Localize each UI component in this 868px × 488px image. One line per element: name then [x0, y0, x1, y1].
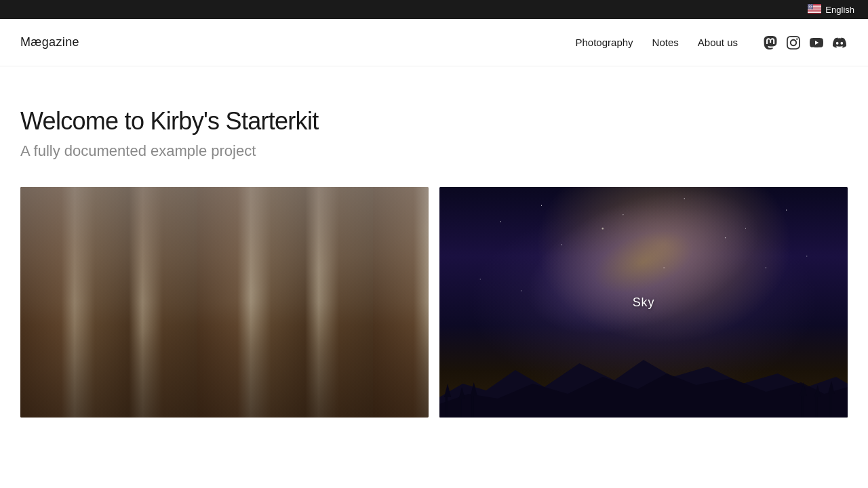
- nav-notes[interactable]: Notes: [644, 33, 687, 52]
- svg-point-18: [809, 5, 810, 6]
- mountain-silhouette-svg: [439, 350, 848, 418]
- svg-point-27: [809, 7, 810, 8]
- svg-point-21: [812, 5, 813, 6]
- svg-rect-39: [460, 399, 462, 418]
- svg-point-33: [811, 8, 812, 9]
- svg-point-22: [809, 7, 810, 7]
- flag-icon: [808, 4, 821, 16]
- svg-marker-38: [444, 384, 451, 397]
- svg-point-29: [811, 7, 812, 8]
- svg-point-13: [809, 5, 810, 5]
- svg-rect-6: [808, 12, 821, 12]
- sky-label: Sky: [633, 296, 655, 310]
- hero-subtitle: A fully documented example project: [20, 142, 848, 160]
- discord-icon[interactable]: [831, 35, 848, 51]
- svg-point-16: [812, 5, 812, 5]
- social-icons: [762, 35, 848, 51]
- svg-point-34: [812, 8, 812, 9]
- svg-rect-37: [446, 397, 448, 418]
- forest-image: [20, 187, 429, 418]
- nav-about[interactable]: About us: [690, 33, 746, 52]
- svg-point-11: [811, 4, 812, 5]
- hero-section: Welcome to Kirby's Starterkit A fully do…: [0, 66, 868, 187]
- svg-rect-47: [829, 394, 831, 418]
- gallery-item-forest[interactable]: [20, 187, 429, 418]
- svg-point-28: [810, 7, 811, 8]
- youtube-icon[interactable]: [808, 35, 825, 51]
- logo[interactable]: Mægazine: [20, 35, 79, 49]
- svg-rect-41: [471, 396, 473, 418]
- nav-links: Photography Notes About us: [568, 33, 746, 52]
- svg-point-32: [810, 8, 810, 9]
- svg-point-25: [812, 7, 812, 7]
- mastodon-icon[interactable]: [762, 35, 778, 51]
- svg-rect-45: [816, 397, 818, 418]
- language-selector[interactable]: English: [808, 4, 854, 16]
- svg-rect-5: [808, 10, 821, 11]
- svg-point-19: [810, 5, 811, 6]
- svg-point-24: [811, 7, 812, 7]
- svg-point-12: [812, 4, 813, 5]
- svg-point-23: [810, 7, 810, 7]
- svg-point-9: [809, 4, 810, 5]
- gallery-item-sky[interactable]: Sky: [439, 187, 848, 418]
- hero-title: Welcome to Kirby's Starterkit: [20, 107, 848, 136]
- header: Mægazine Photography Notes About us: [0, 19, 868, 66]
- gallery: Sky: [0, 187, 868, 418]
- svg-point-26: [808, 7, 809, 8]
- svg-point-15: [811, 5, 812, 5]
- instagram-icon[interactable]: [785, 35, 802, 51]
- nav-right: Photography Notes About us: [568, 33, 848, 52]
- svg-rect-43: [801, 396, 803, 418]
- svg-point-8: [808, 4, 809, 5]
- svg-point-30: [812, 7, 813, 8]
- svg-point-14: [810, 5, 810, 5]
- svg-point-31: [809, 8, 810, 9]
- svg-point-17: [808, 5, 809, 6]
- language-label: English: [825, 5, 854, 15]
- svg-point-20: [811, 5, 812, 6]
- nav-photography[interactable]: Photography: [568, 33, 642, 52]
- top-bar: English: [0, 0, 868, 19]
- svg-point-10: [810, 4, 811, 5]
- svg-rect-4: [808, 9, 821, 9]
